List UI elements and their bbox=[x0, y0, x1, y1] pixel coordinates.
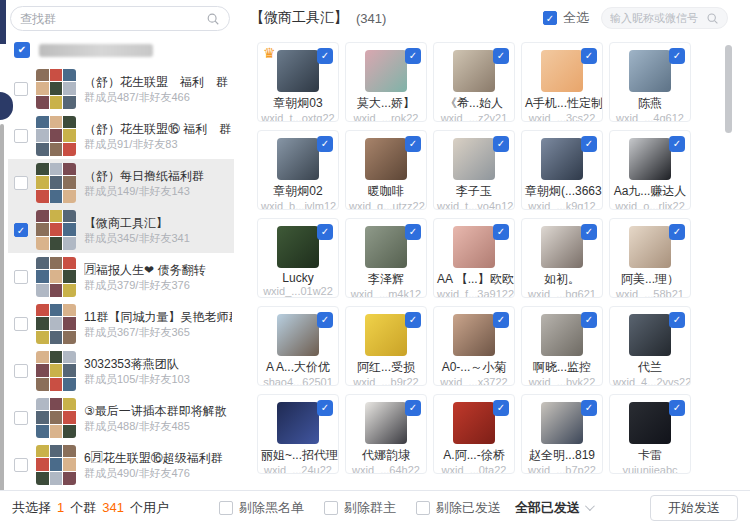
contact-card[interactable]: ♛ ✓ 章朝炯03 wxid_t...oxtq22 bbox=[257, 42, 339, 122]
contact-card[interactable]: ✓ 丽姐~...招代理 wxid_...24u22 bbox=[257, 394, 339, 474]
exclude-owner-checkbox[interactable] bbox=[324, 501, 338, 515]
group-checkbox[interactable] bbox=[14, 129, 28, 143]
contact-card[interactable]: ✓ 如初。 wxid_...bq621 bbox=[521, 218, 603, 298]
select-all[interactable]: 全选 bbox=[543, 9, 589, 27]
member-search-box[interactable] bbox=[601, 7, 728, 29]
contact-card[interactable]: ✓ A手机...性定制 wxid_...3cs22 bbox=[521, 42, 603, 122]
selected-check-icon[interactable]: ✓ bbox=[405, 400, 421, 416]
members-scrollbar-thumb[interactable] bbox=[725, 45, 732, 133]
contact-card[interactable]: ✓ A A...大价优 shao4...62501 bbox=[257, 306, 339, 386]
contact-card[interactable]: ✓ Lucky wxid_...01w22 bbox=[257, 218, 339, 298]
group-checkbox[interactable] bbox=[14, 411, 28, 425]
selected-check-icon[interactable]: ✓ bbox=[493, 136, 509, 152]
contact-avatar bbox=[629, 402, 671, 444]
selected-check-icon[interactable]: ✓ bbox=[669, 400, 685, 416]
selected-check-icon[interactable]: ✓ bbox=[669, 136, 685, 152]
group-sidebar: ✔ （舒）花生联盟 福利 群 群成员487/非好友466 （舒）花生联盟⑯ 福利… bbox=[8, 0, 234, 490]
group-avatar-collage bbox=[36, 163, 76, 203]
selected-check-icon[interactable]: ✓ bbox=[317, 136, 333, 152]
contact-card[interactable]: ✓ Aa九...赚达人 wxid_o...rljx22 bbox=[609, 130, 691, 210]
selected-check-icon[interactable]: ✓ bbox=[581, 224, 597, 240]
pinned-account-row[interactable]: ✔ bbox=[14, 39, 234, 61]
contact-card[interactable]: ✓ 李子玉 wxid_t...vo4n12 bbox=[433, 130, 515, 210]
contact-card[interactable]: ✓ 卡雷 yujunjieabc bbox=[609, 394, 691, 474]
group-checkbox[interactable] bbox=[14, 176, 28, 190]
contact-card[interactable]: ✓ 暖咖啡 wxid_q...utzz22 bbox=[345, 130, 427, 210]
contact-card[interactable]: ✓ 啊晓...监控 wxid_...byk22 bbox=[521, 306, 603, 386]
contact-name: 代娜韵埭 bbox=[346, 447, 426, 464]
contact-card[interactable]: ✓ 莫大...娇】 wxid_...rok22 bbox=[345, 42, 427, 122]
contact-card[interactable]: ✓ 阿美...理） wxid_...58b21 bbox=[609, 218, 691, 298]
group-list-item[interactable]: 3032353蒋燕团队 群成员105/非好友103 bbox=[8, 347, 234, 394]
crown-icon: ♛ bbox=[263, 45, 276, 61]
selected-check-icon[interactable]: ✓ bbox=[493, 312, 509, 328]
group-list-item[interactable]: （舒）花生联盟 福利 群 群成员487/非好友466 bbox=[8, 65, 234, 112]
contact-card[interactable]: ✓ 阿红...受损 wxid_...b9r22 bbox=[345, 306, 427, 386]
sidebar-scrollbar[interactable] bbox=[0, 124, 4, 502]
group-list-item[interactable]: 6🈷花生联盟⑯超级福利群 群成员490/非好友476 bbox=[8, 441, 234, 488]
contact-name: 赵全明...819 bbox=[522, 447, 602, 464]
group-avatar-collage bbox=[36, 210, 76, 250]
group-avatar-collage bbox=[36, 69, 76, 109]
group-avatar-collage bbox=[36, 398, 76, 438]
footer-bar: 共选择 1 个群 341 个用户 剔除黑名单 剔除群主 剔除已发送 全部已发送 bbox=[0, 490, 750, 524]
group-checkbox[interactable] bbox=[14, 223, 28, 237]
user-unit: 个用户 bbox=[130, 499, 169, 517]
selected-check-icon[interactable]: ✓ bbox=[669, 48, 685, 64]
contact-card[interactable]: ✓ 章朝炯(...3663 wxid_...k9q12 bbox=[521, 130, 603, 210]
select-all-checkbox[interactable] bbox=[543, 11, 557, 25]
contact-name: AA 【...】欧欧 bbox=[434, 271, 514, 288]
selected-check-icon[interactable]: ✓ bbox=[317, 312, 333, 328]
group-checkbox[interactable] bbox=[14, 458, 28, 472]
contact-card[interactable]: ✓ 章朝炯02 wxid_b...jvlm12 bbox=[257, 130, 339, 210]
group-checkbox[interactable] bbox=[14, 317, 28, 331]
exclude-blacklist-checkbox[interactable] bbox=[219, 501, 233, 515]
selected-check-icon[interactable]: ✓ bbox=[581, 400, 597, 416]
contact-card[interactable]: ✓ A0-...～小菊 wxid_...x3722 bbox=[433, 306, 515, 386]
group-search-box[interactable] bbox=[10, 6, 230, 31]
selected-check-icon[interactable]: ✓ bbox=[405, 312, 421, 328]
contact-wxid: yujunjieabc bbox=[610, 464, 690, 474]
contact-card[interactable]: ✓ 李泽辉 wxid_...m4k12 bbox=[345, 218, 427, 298]
filter-exclude-sent[interactable]: 剔除已发送 bbox=[416, 499, 501, 517]
sent-scope-dropdown[interactable]: 全部已发送 bbox=[515, 499, 592, 517]
group-search-input[interactable] bbox=[20, 12, 206, 26]
group-list-item[interactable]: （舒）花生联盟⑯ 福利 群 群成员91/非好友83 bbox=[8, 112, 234, 159]
selected-check-icon[interactable]: ✓ bbox=[405, 224, 421, 240]
group-list-item[interactable]: 【微商工具汇】 群成员345/非好友341 bbox=[8, 206, 234, 253]
filter-exclude-owner[interactable]: 剔除群主 bbox=[324, 499, 396, 517]
filter-exclude-blacklist[interactable]: 剔除黑名单 bbox=[219, 499, 304, 517]
selected-check-icon[interactable]: ✓ bbox=[317, 224, 333, 240]
selected-check-icon[interactable]: ✓ bbox=[669, 312, 685, 328]
group-checkbox[interactable] bbox=[14, 270, 28, 284]
selected-check-icon[interactable]: ✓ bbox=[317, 48, 333, 64]
contact-wxid: wxid_q...utzz22 bbox=[346, 200, 426, 210]
group-unit: 个群 bbox=[70, 499, 96, 517]
contact-card[interactable]: ✓ 陈燕 wxid_...4q612 bbox=[609, 42, 691, 122]
contact-card[interactable]: ✓ AA 【...】欧欧 wxid_f...3a9122 bbox=[433, 218, 515, 298]
group-checkbox[interactable] bbox=[14, 364, 28, 378]
selected-check-icon[interactable]: ✓ bbox=[493, 400, 509, 416]
selected-check-icon[interactable]: ✓ bbox=[493, 48, 509, 64]
contact-card[interactable]: ✓ 《希...始人 wxid_...z2y21 bbox=[433, 42, 515, 122]
group-list-item[interactable]: 🈷福报人生❤ 债务翻转 群成员379/非好友376 bbox=[8, 253, 234, 300]
group-checkbox[interactable] bbox=[14, 82, 28, 96]
group-list-item[interactable]: ③最后一讲插本群即将解散 群成员488/非好友485 bbox=[8, 394, 234, 441]
selected-check-icon[interactable]: ✓ bbox=[581, 312, 597, 328]
selected-check-icon[interactable]: ✓ bbox=[405, 48, 421, 64]
contact-card[interactable]: ✓ A.阿...-徐桥 wxid_...0ta22 bbox=[433, 394, 515, 474]
start-send-button[interactable]: 开始发送 bbox=[650, 495, 738, 521]
contact-card[interactable]: ✓ 代兰 wxid_4...2yvs22 bbox=[609, 306, 691, 386]
contact-card[interactable]: ✓ 赵全明...819 wxid_...b7p22 bbox=[521, 394, 603, 474]
contact-card[interactable]: ✓ 代娜韵埭 wxid_...64h22 bbox=[345, 394, 427, 474]
selected-check-icon[interactable]: ✓ bbox=[581, 48, 597, 64]
selected-check-icon[interactable]: ✓ bbox=[405, 136, 421, 152]
exclude-sent-checkbox[interactable] bbox=[416, 501, 430, 515]
selected-check-icon[interactable]: ✓ bbox=[493, 224, 509, 240]
selected-check-icon[interactable]: ✓ bbox=[317, 400, 333, 416]
member-search-input[interactable] bbox=[610, 12, 706, 24]
group-list-item[interactable]: 11群【同城力量】吴艳老师群 群成员367/非好友365 bbox=[8, 300, 234, 347]
selected-check-icon[interactable]: ✓ bbox=[669, 224, 685, 240]
group-list-item[interactable]: （舒）每日撸纸福利群 群成员149/非好友143 bbox=[8, 159, 234, 206]
selected-check-icon[interactable]: ✓ bbox=[581, 136, 597, 152]
